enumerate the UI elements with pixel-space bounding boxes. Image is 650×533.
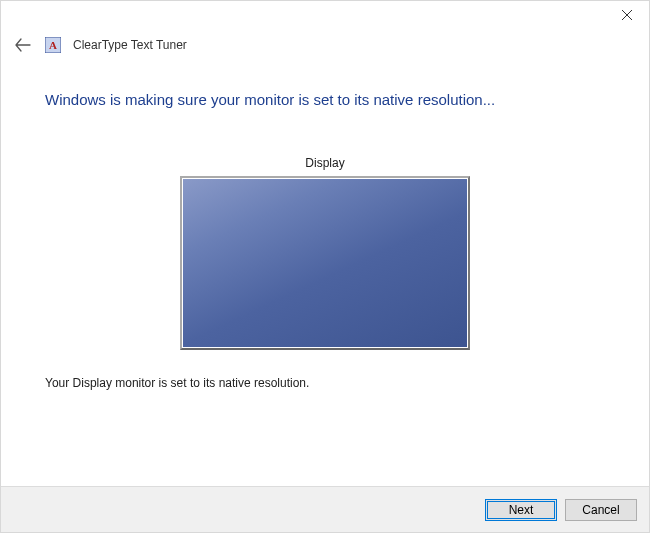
back-button[interactable] [13, 35, 33, 55]
content-area: Windows is making sure your monitor is s… [1, 63, 649, 486]
titlebar [1, 1, 649, 31]
window-title: ClearType Text Tuner [73, 38, 187, 52]
monitor-label: Display [305, 156, 344, 170]
monitor-preview-area: Display [45, 156, 605, 350]
close-button[interactable] [604, 1, 649, 29]
cleartype-app-icon: A [45, 37, 61, 53]
next-button[interactable]: Next [485, 499, 557, 521]
svg-text:A: A [49, 39, 57, 51]
cleartype-tuner-window: A ClearType Text Tuner Windows is making… [0, 0, 650, 533]
footer-bar: Next Cancel [1, 486, 649, 532]
header-row: A ClearType Text Tuner [1, 31, 649, 63]
status-text: Your Display monitor is set to its nativ… [45, 376, 605, 390]
close-icon [622, 10, 632, 20]
cancel-button[interactable]: Cancel [565, 499, 637, 521]
monitor-preview [180, 176, 470, 350]
page-heading: Windows is making sure your monitor is s… [45, 91, 605, 108]
back-arrow-icon [15, 38, 31, 52]
